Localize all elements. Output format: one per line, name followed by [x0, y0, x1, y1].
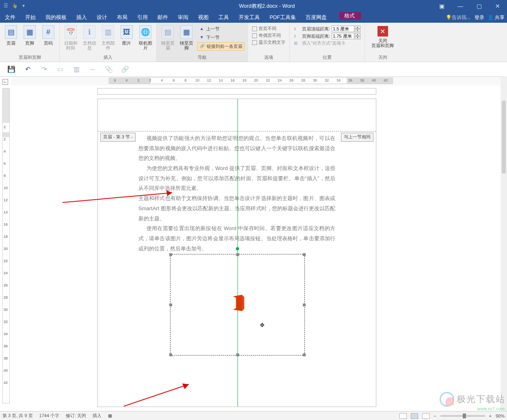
qat-icon-6[interactable]: ↔: [88, 66, 97, 73]
page-number-button[interactable]: #页码: [40, 24, 57, 46]
horizontal-ruler[interactable]: 6422468101214161820222426283032343638404…: [109, 78, 393, 84]
goto-footer-button[interactable]: ▦转至页脚: [178, 24, 195, 51]
next-section-button[interactable]: ▼下一节: [197, 34, 244, 41]
undo-icon[interactable]: ↶: [24, 65, 32, 73]
hruler-num: 4: [125, 78, 127, 82]
tab-tools[interactable]: 工具: [214, 12, 234, 23]
hruler-num: 6: [114, 78, 116, 82]
resize-handle-mr[interactable]: [303, 304, 306, 306]
minimize-icon[interactable]: [451, 0, 470, 12]
vruler-num: 34: [4, 332, 8, 336]
resize-handle-br[interactable]: [303, 353, 306, 356]
tab-layout[interactable]: 布局: [112, 12, 132, 23]
view-web-icon[interactable]: [422, 413, 429, 419]
qat-icon-4[interactable]: ▭: [56, 65, 64, 73]
status-bar: 第 3 页, 共 9 页 1744 个字 修订: 关闭 插入 ▦ − + 90%: [0, 411, 507, 420]
titlebar-left-icons: ☰ 👆 ▾: [0, 3, 27, 9]
show-text-label: 显示文档文字: [259, 39, 285, 45]
save-icon[interactable]: 💾: [7, 65, 15, 73]
vruler-num: 4: [4, 149, 6, 153]
menu-icon[interactable]: ☰: [2, 3, 9, 9]
zoom-value[interactable]: 90%: [496, 414, 505, 418]
prev-section-button[interactable]: ▲上一节: [197, 25, 244, 33]
tell-me-search[interactable]: 💡 告诉我...: [442, 12, 475, 23]
tab-file[interactable]: 文件: [0, 12, 20, 23]
resize-handle-tr[interactable]: [303, 253, 306, 256]
status-page[interactable]: 第 3 页, 共 9 页: [2, 413, 33, 419]
vertical-scrollbar[interactable]: [501, 76, 507, 411]
page-number-label: 页码: [44, 41, 53, 45]
share-button[interactable]: 👤 共享: [488, 14, 505, 21]
redo-icon[interactable]: ↷: [40, 65, 48, 73]
header-button[interactable]: ▤页眉: [2, 24, 19, 46]
spin-down-icon[interactable]: ▾: [355, 29, 360, 32]
close-hf-label: 关闭 页眉和页脚: [371, 38, 394, 48]
tab-references[interactable]: 引用: [132, 12, 153, 23]
different-first-checkbox[interactable]: 首页不同: [252, 25, 285, 32]
hruler-num: 18: [242, 78, 246, 82]
move-cursor-icon: ✥: [260, 322, 265, 328]
scroll-thumb[interactable]: [502, 101, 506, 174]
document-page[interactable]: 页眉 - 第 3 节 - 与上一节相同 视频提供了功能强大的方法帮助您证明您的观…: [97, 99, 376, 407]
hruler-num: 28: [301, 78, 305, 82]
tab-selector[interactable]: ∟: [2, 79, 8, 85]
resize-handle-ml[interactable]: [169, 304, 172, 306]
tab-dsgn[interactable]: 设计: [92, 12, 112, 23]
tab-review[interactable]: 审阅: [173, 12, 193, 23]
login-link[interactable]: 登录: [475, 14, 484, 21]
status-words[interactable]: 1744 个字: [39, 413, 60, 419]
status-macros-icon[interactable]: ▦: [108, 413, 112, 418]
different-odd-even-checkbox[interactable]: 奇偶页不同: [252, 32, 285, 39]
close-icon[interactable]: [488, 0, 507, 12]
link-to-previous-button[interactable]: 🔗链接到前一条页眉: [197, 42, 244, 51]
qat-icon-8[interactable]: 🔗: [121, 65, 129, 73]
footer-button-label: 页脚: [25, 41, 34, 45]
ribbon-display-options-icon[interactable]: ▣: [432, 0, 451, 12]
diff-first-label: 首页不同: [259, 26, 276, 32]
online-picture-button[interactable]: 🌐联机图片: [137, 24, 154, 51]
zoom-slider[interactable]: [440, 415, 485, 417]
view-read-icon[interactable]: [399, 413, 407, 419]
tab-mail[interactable]: 邮件: [153, 12, 173, 23]
header-top-input[interactable]: [332, 26, 354, 32]
selected-image-frame[interactable]: ✥: [170, 254, 305, 355]
resize-handle-bl[interactable]: [169, 353, 172, 356]
tab-pdf[interactable]: PDF工具集: [265, 12, 301, 23]
spin-up-icon[interactable]: ▴: [355, 33, 360, 36]
show-doc-text-checkbox[interactable]: 显示文档文字: [252, 39, 285, 46]
status-mode[interactable]: 插入: [93, 413, 101, 419]
footer-bot-input[interactable]: [332, 33, 354, 39]
footer-bot-label: 页脚底端距离:: [302, 33, 330, 39]
tab-dev[interactable]: 开发工具: [234, 12, 265, 23]
vruler-num: 8: [4, 174, 6, 178]
hruler-num: 8: [184, 78, 186, 82]
vertical-ruler[interactable]: 224681012141618202224262830323436384042: [2, 88, 10, 403]
tab-mytemplate[interactable]: 我的模板: [41, 12, 71, 23]
tab-home[interactable]: 开始: [20, 12, 41, 23]
link-icon: 🔗: [199, 44, 205, 50]
resize-handle-tc[interactable]: [236, 253, 239, 256]
previous-page-edge: [97, 88, 376, 95]
tab-view[interactable]: 视图: [193, 12, 214, 23]
close-header-footer-button[interactable]: ✕ 关闭 页眉和页脚: [367, 24, 398, 50]
maximize-icon[interactable]: [470, 0, 488, 12]
qat-icon-7[interactable]: 📎: [105, 65, 113, 73]
tab-format[interactable]: 格式: [339, 12, 361, 19]
qat-icon-5[interactable]: ▥: [72, 65, 80, 73]
status-track[interactable]: 修订: 关闭: [66, 413, 86, 419]
zoom-in-icon[interactable]: +: [489, 414, 492, 418]
footer-button[interactable]: ▦页脚: [21, 24, 38, 46]
tab-baidu[interactable]: 百度网盘: [301, 12, 332, 23]
resize-handle-bc[interactable]: [236, 353, 239, 356]
view-print-icon[interactable]: [411, 413, 418, 419]
touch-icon[interactable]: 👆: [11, 3, 18, 9]
hruler-num: 10: [195, 78, 199, 82]
spin-down-icon[interactable]: ▾: [355, 36, 360, 39]
dropdown-icon[interactable]: ▾: [20, 3, 27, 9]
picture-button[interactable]: 🖼图片: [118, 24, 135, 46]
rotate-handle[interactable]: [236, 247, 239, 250]
zoom-out-icon[interactable]: −: [434, 414, 436, 418]
tab-insert[interactable]: 插入: [71, 12, 92, 23]
resize-handle-tl[interactable]: [169, 253, 172, 256]
spin-up-icon[interactable]: ▴: [355, 26, 360, 29]
